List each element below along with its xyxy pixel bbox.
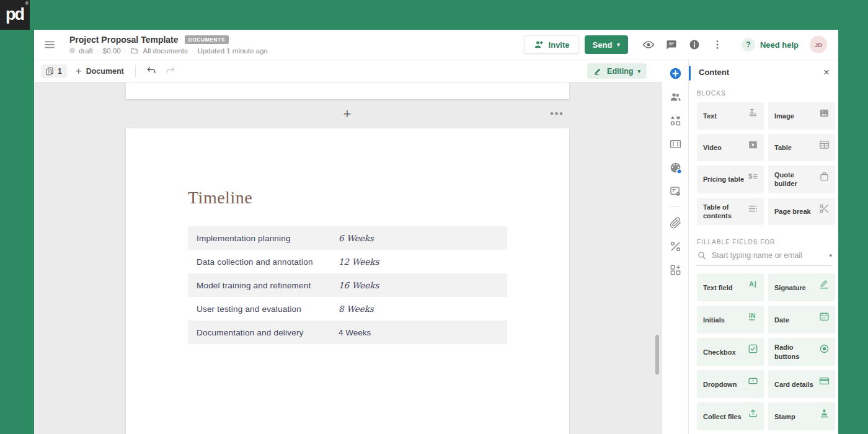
pricing-icon [747, 170, 759, 182]
table-row[interactable]: User testing and evaluation 8 Weeks [188, 297, 507, 321]
block-card-text[interactable]: Text [697, 102, 764, 130]
phase-cell[interactable]: Data collection and annotation [188, 257, 339, 267]
folder-name[interactable]: All documents [143, 47, 187, 55]
sidebar-tool-content-library[interactable] [662, 108, 688, 132]
header-icon-group [642, 38, 724, 51]
redo-button[interactable] [163, 64, 178, 79]
textfield-icon [747, 278, 759, 290]
sidebar-tool-recipients[interactable] [662, 85, 688, 108]
phase-cell[interactable]: Documentation and delivery [188, 328, 339, 337]
panel-title: Content [699, 68, 729, 77]
dropdown-icon [747, 375, 759, 387]
doc-gear-icon [669, 185, 682, 198]
user-avatar[interactable]: JD [810, 36, 827, 53]
sidebar-tool-strip [662, 60, 688, 434]
block-card-video[interactable]: Video [697, 134, 764, 161]
field-card-stamp[interactable]: Stamp [768, 402, 835, 430]
title-block: Project Proposal Template DOCUMENTS draf… [69, 35, 268, 55]
field-card-signature[interactable]: Signature [768, 273, 835, 301]
block-card-quote-builder[interactable]: Quote builder [768, 166, 835, 193]
sidebar-tool-attachments[interactable] [662, 211, 688, 234]
editor-column: 1 + Document Editing ▾ [34, 60, 662, 434]
sidebar-tool-add-apps[interactable] [662, 258, 688, 281]
block-card-table-of-contents[interactable]: Table of contents [697, 198, 764, 226]
field-card-initials[interactable]: Initials [697, 306, 764, 334]
close-icon[interactable]: × [823, 67, 830, 78]
insert-block-button[interactable]: + [339, 106, 355, 122]
updated-timestamp: Updated 1 minute ago [198, 47, 268, 55]
block-card-pricing-table[interactable]: Pricing table [697, 166, 764, 193]
page-count-button[interactable]: 1 [41, 64, 67, 78]
hamburger-menu-button[interactable] [42, 37, 57, 52]
percent-icon [669, 240, 682, 253]
block-card-image[interactable]: Image [768, 102, 835, 130]
video-icon [747, 139, 759, 151]
section-heading[interactable]: Timeline [188, 188, 569, 208]
sidebar-tool-variables[interactable] [662, 132, 688, 156]
page-more-menu[interactable]: ●●● [550, 110, 564, 117]
caret-down-icon[interactable]: ▾ [829, 252, 832, 259]
add-document-button[interactable]: + Document [76, 66, 124, 76]
undo-button[interactable] [144, 64, 159, 79]
table-row[interactable]: Implementation planning 6 Weeks [188, 226, 507, 250]
duration-cell[interactable]: 16 Weeks [339, 280, 379, 290]
duration-cell[interactable]: 8 Weeks [339, 304, 374, 314]
field-card-date[interactable]: Date [768, 306, 835, 334]
field-card-checkbox[interactable]: Checkbox [697, 338, 764, 366]
toolbar-divider [135, 65, 136, 78]
invite-button[interactable]: Invite [524, 35, 579, 54]
phase-cell[interactable]: User testing and evaluation [188, 304, 339, 314]
recipient-search-input[interactable] [712, 251, 824, 260]
preview-button[interactable] [642, 38, 655, 51]
sidebar-tool-design-theme[interactable] [662, 156, 688, 179]
field-card-collect-files[interactable]: Collect files [697, 402, 764, 430]
previous-page-bottom[interactable] [126, 82, 569, 99]
card-icon [818, 375, 830, 387]
sidebar-tool-document-settings[interactable] [662, 179, 688, 203]
pages-icon [45, 66, 55, 76]
phase-cell[interactable]: Model training and refinement [188, 281, 339, 290]
toc-icon [747, 203, 759, 215]
table-row[interactable]: Documentation and delivery 4 Weeks [188, 321, 507, 344]
duration-cell[interactable]: 12 Weeks [339, 257, 379, 267]
kebab-menu-icon [711, 38, 724, 51]
block-card-table[interactable]: Table [768, 134, 835, 161]
bag-icon [818, 170, 830, 182]
field-card-radio-buttons[interactable]: Radio buttons [768, 338, 835, 366]
workspace-badge: DOCUMENTS [185, 35, 229, 44]
status-label: draft [79, 47, 93, 55]
brackets-icon [669, 138, 682, 151]
send-button[interactable]: Send ▾ [585, 35, 628, 54]
pencil-icon [593, 66, 603, 76]
table-row[interactable]: Model training and refinement 16 Weeks [188, 273, 507, 297]
duration-cell[interactable]: 6 Weeks [339, 233, 374, 243]
vertical-scrollbar-thumb[interactable] [655, 335, 659, 374]
field-card-text-field[interactable]: Text field [697, 273, 764, 301]
recipient-search: ▾ [697, 250, 832, 266]
undo-icon [146, 66, 157, 76]
sidebar-tool-add-content[interactable] [662, 61, 688, 85]
signature-icon [818, 278, 830, 290]
calendar-icon [818, 311, 830, 322]
info-button[interactable] [688, 38, 701, 51]
document-page[interactable]: Timeline Implementation planning 6 Weeks… [126, 128, 569, 434]
need-help-button[interactable]: ? Need help [742, 38, 799, 51]
hamburger-icon [43, 38, 56, 51]
comments-button[interactable] [665, 38, 678, 51]
sidebar-tool-pricing[interactable] [662, 234, 688, 258]
logo-mark: pd [6, 5, 24, 24]
duration-cell[interactable]: 4 Weeks [339, 328, 371, 337]
block-card-page-break[interactable]: Page break [768, 198, 835, 226]
field-card-dropdown[interactable]: Dropdown [697, 370, 764, 398]
document-header: Project Proposal Template DOCUMENTS draf… [34, 30, 838, 60]
active-tab-indicator [689, 66, 691, 81]
fields-grid: Text field Signature Initials Date [697, 273, 835, 430]
shapes-icon [669, 114, 682, 127]
table-row[interactable]: Data collection and annotation 12 Weeks [188, 250, 507, 273]
more-actions-button[interactable] [711, 38, 724, 51]
field-card-card-details[interactable]: Card details [768, 370, 835, 398]
phase-cell[interactable]: Implementation planning [188, 234, 339, 243]
plus-circle-icon [669, 67, 682, 80]
editing-mode-dropdown[interactable]: Editing ▾ [587, 63, 647, 79]
checkbox-icon [747, 343, 759, 355]
